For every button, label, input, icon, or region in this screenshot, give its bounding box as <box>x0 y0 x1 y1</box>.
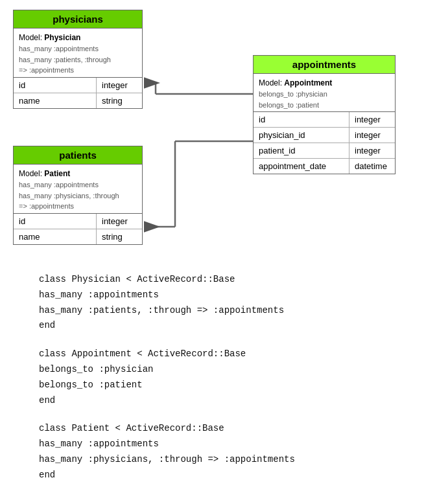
physicians-entity: physicians Model: Physician has_many :ap… <box>13 10 143 109</box>
code-line: has_many :patients, :through => :appoint… <box>39 303 407 319</box>
appointments-row-patient-id: patient_id integer <box>254 143 395 159</box>
appointments-model: Model: Appointment belongs_to :physician… <box>254 74 395 112</box>
appointments-assoc2: belongs_to :patient <box>259 100 390 111</box>
patients-row-name: name string <box>14 229 142 244</box>
patients-assoc3: => :appointments <box>19 201 137 212</box>
code-line: class Patient < ActiveRecord::Base <box>39 421 407 437</box>
patients-model: Model: Patient has_many :appointments ha… <box>14 165 142 214</box>
physicians-header: physicians <box>14 10 142 29</box>
appointments-assoc1: belongs_to :physician <box>259 89 390 100</box>
appointments-model-name: Appointment <box>284 78 332 87</box>
code-line: end <box>39 318 407 334</box>
patients-row-id: id integer <box>14 214 142 229</box>
appointments-row-id: id integer <box>254 112 395 128</box>
code-line: belongs_to :physician <box>39 362 407 378</box>
physicians-model: Model: Physician has_many :appointments … <box>14 29 142 78</box>
physicians-assoc1: has_many :appointments <box>19 43 137 54</box>
code-line: class Appointment < ActiveRecord::Base <box>39 347 407 362</box>
appointments-model-label: Model: <box>259 78 284 87</box>
code-line: end <box>39 468 407 483</box>
patients-entity: patients Model: Patient has_many :appoin… <box>13 146 143 245</box>
physicians-assoc2: has_many :patients, :through <box>19 54 137 65</box>
code-block-appointment: class Appointment < ActiveRecord::Base b… <box>39 347 407 408</box>
code-line: has_many :appointments <box>39 437 407 452</box>
patients-assoc1: has_many :appointments <box>19 179 137 190</box>
physicians-row-id: id integer <box>14 78 142 93</box>
code-line: end <box>39 393 407 409</box>
code-line: belongs_to :patient <box>39 378 407 393</box>
code-block-physician: class Physician < ActiveRecord::Base has… <box>39 272 407 334</box>
diagram-area: physicians Model: Physician has_many :ap… <box>0 0 426 259</box>
physicians-model-name: Physician <box>44 33 80 42</box>
patients-assoc2: has_many :physicians, :through <box>19 190 137 201</box>
appointments-entity: appointments Model: Appointment belongs_… <box>253 55 396 174</box>
physicians-row-name: name string <box>14 93 142 108</box>
physicians-assoc3: => :appointments <box>19 65 137 76</box>
appointments-row-date: appointment_date datetime <box>254 159 395 174</box>
code-line: has_many :physicians, :through => :appoi… <box>39 452 407 468</box>
appointments-row-physician-id: physician_id integer <box>254 128 395 143</box>
code-block-patient: class Patient < ActiveRecord::Base has_m… <box>39 421 407 483</box>
patients-model-label: Model: <box>19 169 44 178</box>
patients-header: patients <box>14 146 142 165</box>
physicians-model-label: Model: <box>19 33 44 42</box>
code-line: class Physician < ActiveRecord::Base <box>39 272 407 288</box>
appointments-header: appointments <box>254 56 395 74</box>
patients-model-name: Patient <box>44 169 70 178</box>
code-section: class Physician < ActiveRecord::Base has… <box>0 259 426 504</box>
code-line: has_many :appointments <box>39 288 407 303</box>
